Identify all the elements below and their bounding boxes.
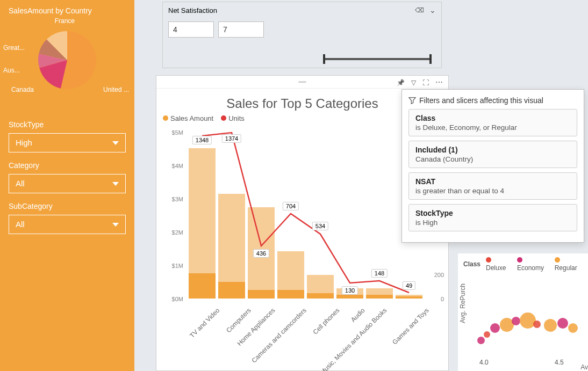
legend-label-sales: Sales Amount bbox=[170, 114, 213, 122]
xcat-5: Audio bbox=[349, 307, 367, 324]
scatter-series-0: Deluxe bbox=[486, 264, 506, 272]
more-options-icon[interactable] bbox=[435, 77, 443, 87]
pie-title: SalesAmount by Country bbox=[9, 6, 126, 15]
scatter-visual[interactable]: Class Deluxe Economy Regular Avg. RePurc… bbox=[458, 253, 588, 371]
scatter-ylabel: Avg. RePurch bbox=[459, 283, 467, 323]
scatter-series-2: Regular bbox=[555, 264, 577, 272]
scatter-xtick-0: 4.0 bbox=[479, 359, 489, 366]
focus-mode-icon[interactable] bbox=[422, 77, 429, 87]
dlabel-5: 130 bbox=[342, 286, 358, 295]
pie-label-aus: Aus... bbox=[3, 67, 20, 74]
filter-item-nsat[interactable]: NSAT is greater than or equal to 4 bbox=[408, 172, 577, 200]
pie-label-canada: Canada bbox=[11, 86, 34, 93]
drag-handle-icon[interactable]: ══ bbox=[298, 79, 306, 85]
filter-name-2: NSAT bbox=[415, 177, 570, 186]
filter-name-0: Class bbox=[415, 114, 570, 122]
chevron-down-icon bbox=[112, 223, 119, 227]
filter-desc-3: is High bbox=[415, 219, 570, 227]
pie-label-united: United ... bbox=[103, 86, 129, 93]
pie-chart[interactable]: France Great... Aus... Canada United ... bbox=[9, 17, 126, 103]
funnel-icon bbox=[408, 97, 416, 104]
scatter-legend: Class Deluxe Economy Regular bbox=[458, 253, 588, 275]
filter-name-3: StockType bbox=[415, 209, 570, 217]
filter-item-class[interactable]: Class is Deluxe, Economy, or Regular bbox=[408, 109, 577, 136]
slicer-category: Category All bbox=[9, 161, 126, 193]
slicer-stocktype-value: High bbox=[16, 134, 32, 152]
dlabel-4: 534 bbox=[312, 222, 328, 230]
slicer-stocktype-select[interactable]: High bbox=[9, 133, 126, 152]
dlabel-7: 49 bbox=[403, 281, 415, 290]
chevron-down-icon[interactable] bbox=[429, 6, 436, 14]
filters-popup: Filters and slicers affecting this visua… bbox=[401, 89, 584, 243]
dlabel-0: 1348 bbox=[192, 136, 212, 144]
nsat-slider[interactable] bbox=[324, 58, 431, 60]
eraser-icon[interactable] bbox=[415, 6, 424, 14]
filter-desc-2: is greater than or equal to 4 bbox=[415, 187, 570, 195]
ytick-1: $1M bbox=[162, 263, 183, 269]
slicer-subcategory-value: All bbox=[16, 215, 25, 234]
scatter-series-1: Economy bbox=[517, 264, 544, 272]
slicer-stocktype: StockType High bbox=[9, 120, 126, 152]
xcat-4: Cell phones bbox=[312, 307, 341, 336]
slicer-subcategory-select[interactable]: All bbox=[9, 215, 126, 234]
legend-label-units: Units bbox=[228, 114, 245, 122]
ytick-5: $5M bbox=[162, 129, 183, 136]
slicer-category-label: Category bbox=[9, 161, 126, 170]
chevron-down-icon bbox=[112, 141, 119, 145]
popup-title-text: Filters and slicers affecting this visua… bbox=[419, 96, 543, 105]
ytick-2: $2M bbox=[162, 229, 183, 236]
legend-dot-sales bbox=[163, 115, 168, 121]
xcat-7: Games and Toys bbox=[391, 307, 430, 346]
sidebar: SalesAmount by Country France Great... A… bbox=[0, 0, 134, 371]
filter-desc-1: Canada (Country) bbox=[415, 155, 570, 163]
dlabel-6: 148 bbox=[371, 269, 388, 278]
dlabel-2: 436 bbox=[253, 249, 269, 258]
dlabel-3: 704 bbox=[283, 202, 299, 210]
dlabel-1: 1374 bbox=[222, 134, 241, 143]
y2tick-1: 200 bbox=[434, 272, 444, 278]
xcat-0: TV and Video bbox=[188, 307, 221, 339]
filter-icon[interactable] bbox=[411, 77, 416, 87]
slicer-stocktype-label: StockType bbox=[9, 120, 126, 129]
filter-name-1: Included (1) bbox=[415, 146, 570, 154]
pie-svg bbox=[35, 28, 99, 92]
filter-item-stocktype[interactable]: StockType is High bbox=[408, 204, 577, 231]
xcat-3: Cameras and camcorders bbox=[250, 307, 308, 365]
filter-item-included[interactable]: Included (1) Canada (Country) bbox=[408, 141, 577, 168]
legend-dot-units bbox=[221, 115, 226, 121]
filter-desc-0: is Deluxe, Economy, or Regular bbox=[415, 123, 570, 132]
ytick-4: $4M bbox=[162, 163, 183, 169]
pie-label-great: Great... bbox=[3, 44, 25, 52]
slicer-subcategory: SubCategory All bbox=[9, 202, 126, 234]
scatter-xlabel-fragment: Av bbox=[580, 363, 588, 371]
nsat-max-input[interactable] bbox=[218, 21, 264, 38]
chevron-down-icon bbox=[112, 182, 119, 186]
net-satisfaction-slicer: Net Satisfaction bbox=[162, 2, 442, 68]
slider-thumb-min[interactable] bbox=[323, 54, 325, 64]
slicer-subcategory-label: SubCategory bbox=[9, 202, 126, 210]
slicer-category-value: All bbox=[16, 174, 25, 193]
ytick-0: $0M bbox=[162, 296, 183, 302]
scatter-plot: Avg. RePurch 4.0 4.5 bbox=[458, 275, 588, 366]
net-satisfaction-title: Net Satisfaction bbox=[168, 6, 217, 14]
pin-icon[interactable] bbox=[397, 77, 405, 87]
ytick-3: $3M bbox=[162, 196, 183, 202]
nsat-min-input[interactable] bbox=[168, 21, 214, 38]
scatter-legend-name: Class bbox=[463, 260, 481, 268]
pie-label-france: France bbox=[55, 17, 75, 25]
scatter-xtick-1: 4.5 bbox=[555, 359, 564, 366]
slider-thumb-max[interactable] bbox=[429, 54, 432, 64]
slicer-category-select[interactable]: All bbox=[9, 174, 126, 193]
y2tick-0: 0 bbox=[441, 296, 444, 302]
